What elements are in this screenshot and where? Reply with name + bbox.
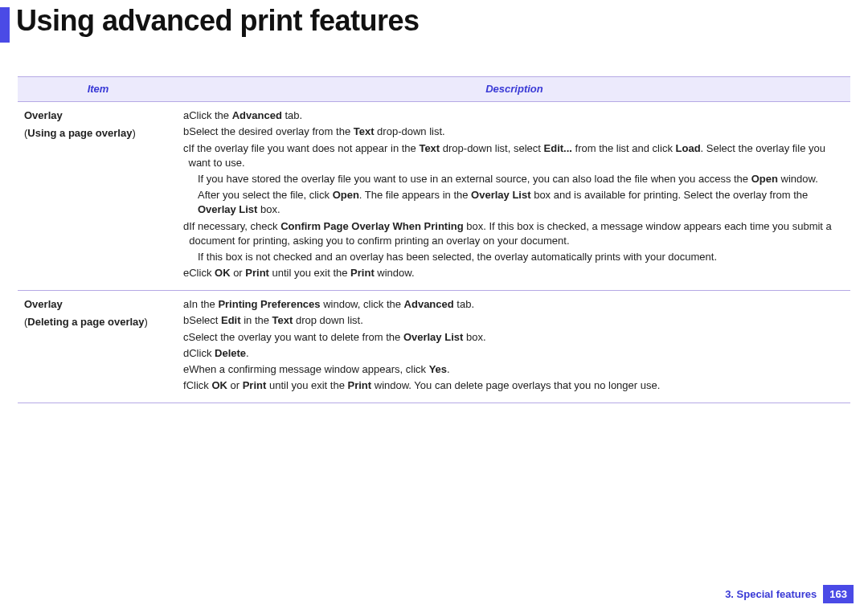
item-title: Overlay [24, 297, 174, 312]
step-item: bSelect the desired overlay from the Tex… [183, 125, 845, 139]
item-title: Overlay [24, 108, 174, 123]
step-continuation: If you have stored the overlay file you … [183, 172, 845, 186]
step-item: aIn the Printing Preferences window, cli… [183, 297, 845, 312]
step-label: a [183, 297, 189, 312]
step-text: Click OK or Print until you exit the Pri… [186, 378, 661, 393]
feature-table: Item Description OverlayUsing a page ove… [18, 76, 850, 403]
step-text: If necessary, check Confirm Page Overlay… [189, 219, 845, 248]
step-text: Select the desired overlay from the Text… [189, 125, 444, 139]
step-item: aClick the Advanced tab. [183, 108, 845, 123]
step-item: eWhen a confirming message window appear… [183, 362, 845, 377]
step-item: dClick Delete. [183, 346, 845, 361]
step-label: d [183, 346, 189, 361]
content-table-wrap: Item Description OverlayUsing a page ove… [18, 76, 850, 403]
step-label: e [183, 362, 189, 377]
step-label: d [183, 219, 189, 248]
step-text: If the overlay file you want does not ap… [189, 141, 846, 170]
step-label: a [183, 108, 189, 123]
table-row: OverlayUsing a page overlayaClick the Ad… [18, 102, 850, 291]
page-title: Using advanced print features [16, 4, 420, 38]
step-label: e [183, 266, 189, 280]
col-header-item: Item [18, 77, 178, 102]
item-subtitle: Deleting a page overlay [24, 315, 174, 329]
item-subtitle: Using a page overlay [24, 126, 174, 141]
item-cell: OverlayDeleting a page overlay [18, 291, 178, 403]
step-item: cSelect the overlay you want to delete f… [183, 330, 845, 345]
title-accent [0, 7, 10, 43]
step-text: Select the overlay you want to delete fr… [189, 330, 486, 345]
step-item: bSelect Edit in the Text drop down list. [183, 313, 845, 328]
step-text: Click Delete. [189, 346, 248, 361]
step-item: cIf the overlay file you want does not a… [183, 141, 845, 170]
title-bar: Using advanced print features [0, 0, 868, 52]
step-text: Click OK or Print until you exit the Pri… [189, 266, 414, 280]
page-footer: 3. Special features 163 [725, 585, 854, 603]
description-cell: aIn the Printing Preferences window, cli… [178, 291, 850, 403]
step-continuation: After you select the file, click Open. T… [183, 188, 845, 217]
step-continuation: If this box is not checked and an overla… [183, 250, 845, 264]
table-row: OverlayDeleting a page overlayaIn the Pr… [18, 291, 850, 403]
chapter-label: 3. Special features [725, 588, 817, 600]
step-text: Click the Advanced tab. [189, 108, 302, 123]
description-cell: aClick the Advanced tab.bSelect the desi… [178, 102, 850, 291]
step-text: Select Edit in the Text drop down list. [189, 313, 363, 328]
step-label: b [183, 313, 189, 328]
page-number: 163 [823, 585, 854, 603]
col-header-description: Description [178, 77, 850, 102]
step-item: eClick OK or Print until you exit the Pr… [183, 266, 845, 280]
step-text: In the Printing Preferences window, clic… [189, 297, 474, 312]
step-text: When a confirming message window appears… [189, 362, 449, 377]
step-label: b [183, 125, 189, 139]
step-item: fClick OK or Print until you exit the Pr… [183, 378, 845, 393]
item-cell: OverlayUsing a page overlay [18, 102, 178, 291]
step-item: dIf necessary, check Confirm Page Overla… [183, 219, 845, 248]
